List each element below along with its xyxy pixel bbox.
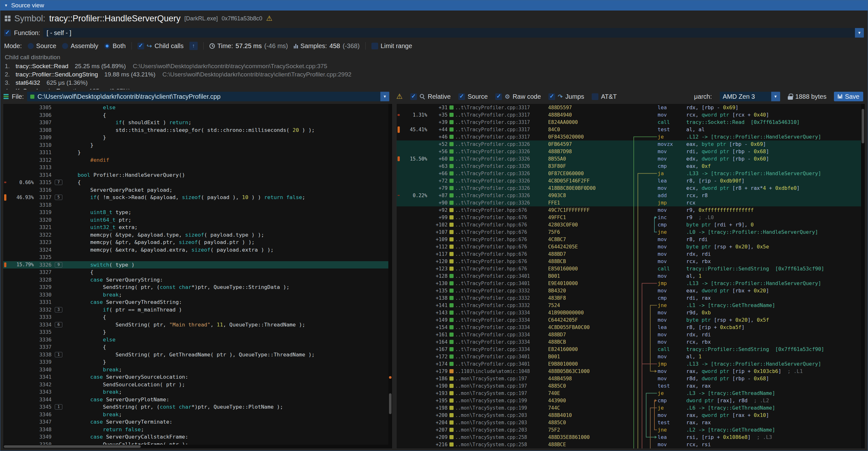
asm-source-location[interactable]: ..mon\TracySystem.cpp:197 xyxy=(455,383,548,389)
source-line[interactable]: 3345 1 SendString( ptr, (const char*)ptr… xyxy=(3,403,392,411)
scrollbar-thumb[interactable] xyxy=(862,109,864,143)
source-line[interactable]: 3325 xyxy=(3,253,392,261)
source-line[interactable]: 3348 return false; xyxy=(3,426,392,433)
asm-row[interactable]: +99 ..t\TracyProfiler.hpp:676 49FFC1 inc… xyxy=(397,214,865,221)
asm-row[interactable]: +143 ..t\TracyProfiler.cpp:3334 41B90B00… xyxy=(397,309,865,316)
relative-checkbox[interactable] xyxy=(410,93,417,100)
att-toggle[interactable]: AT&T xyxy=(592,93,617,100)
asm-source-location[interactable]: ..t\TracyProfiler.hpp:676 xyxy=(455,251,548,257)
asm-source-location[interactable]: ..t\TracyProfiler.cpp:3326 xyxy=(455,156,548,162)
asm-source-location[interactable]: ..t\TracyProfiler.cpp:3332 xyxy=(455,288,548,294)
asm-row[interactable]: +164 ..t\TracyProfiler.cpp:3334 488BCB m… xyxy=(397,338,865,345)
source-line[interactable]: 3349 case ServerQueryCallstackFrame: xyxy=(3,433,392,441)
asm-row[interactable]: +186 ..mon\TracySystem.cpp:197 448B4598 … xyxy=(397,375,865,382)
asm-source-location[interactable]: ..t\TracyProfiler.cpp:3326 xyxy=(455,163,548,169)
source-line[interactable]: 3305 else xyxy=(3,104,392,112)
asm-source-location[interactable]: ..t\TracyProfiler.cpp:3401 xyxy=(455,273,548,279)
asm-source-location[interactable]: ..t\TracyProfiler.cpp:3332 xyxy=(455,303,548,308)
asm-row[interactable]: +31 ..t\TracyProfiler.cpp:3317 488D5597 … xyxy=(397,104,865,111)
source-line[interactable]: 3322 memcpy( &type, &payload.type, sizeo… xyxy=(3,231,392,239)
asm-source-location[interactable]: ..t\TracyProfiler.cpp:3317 xyxy=(455,119,548,125)
asm-row[interactable]: +167 ..t\TracyProfiler.cpp:3334 E8241600… xyxy=(397,345,865,353)
asm-source-location[interactable]: ..t\TracyProfiler.cpp:3317 xyxy=(455,134,548,140)
asm-row[interactable]: +207 ..mon\TracySystem.cpp:203 75F2 jne … xyxy=(397,426,865,433)
asm-row[interactable]: +46 ..t\TracyProfiler.cpp:3317 0F8435020… xyxy=(397,133,865,141)
limit-range-toggle[interactable]: Limit range xyxy=(371,42,412,50)
radio-both[interactable] xyxy=(104,43,110,49)
asm-row[interactable]: +72 ..t\TracyProfiler.cpp:3326 4C8D05F14… xyxy=(397,177,865,184)
source-line[interactable]: 3310 } xyxy=(3,142,392,149)
asm-row[interactable]: +90 ..t\TracyProfiler.cpp:3326 FFE1 jmp … xyxy=(397,199,865,206)
asm-source-location[interactable]: ..mon\TracySystem.cpp:203 xyxy=(455,427,548,433)
asm-source-location[interactable]: ..mon\TracySystem.cpp:199 xyxy=(455,398,548,403)
source-line[interactable]: 3346 break; xyxy=(3,411,392,419)
asm-row[interactable]: +66 ..t\TracyProfiler.cpp:3326 0F87CE060… xyxy=(397,170,865,177)
child-calls-up-button[interactable]: ↑ xyxy=(189,42,198,50)
asm-source-location[interactable]: ..t\TracyProfiler.cpp:3401 xyxy=(455,361,548,367)
asm-source-location[interactable]: ..t\TracyProfiler.hpp:676 xyxy=(455,244,548,250)
asm-row[interactable]: +92 ..t\TracyProfiler.hpp:676 49C7C1FFFF… xyxy=(397,206,865,214)
jumps-checkbox[interactable] xyxy=(549,93,555,100)
att-checkbox[interactable] xyxy=(592,93,598,100)
asm-source-location[interactable]: ..mon\TracySystem.cpp:258 xyxy=(455,442,548,448)
source-line[interactable]: 3313 xyxy=(3,164,392,171)
asm-source-location[interactable]: ..t\TracyProfiler.cpp:3326 xyxy=(455,193,548,199)
asm-source-location[interactable]: ..t\TracyProfiler.cpp:3326 xyxy=(455,200,548,206)
asm-row[interactable]: +209 ..mon\TracySystem.cpp:258 488D35E88… xyxy=(397,433,865,441)
asm-source-location[interactable]: ..t\TracyProfiler.hpp:676 xyxy=(455,259,548,264)
source-line[interactable]: 3336 else xyxy=(3,336,392,344)
asm-source-location[interactable]: ..t\TracyProfiler.cpp:3334 xyxy=(455,325,548,330)
asm-row[interactable]: +195 ..mon\TracySystem.cpp:199 443900 cm… xyxy=(397,397,865,404)
radio-source[interactable] xyxy=(28,43,34,49)
asm-row[interactable]: +109 ..t\TracyProfiler.hpp:676 4C8BC7 mo… xyxy=(397,236,865,243)
source-line[interactable]: 3332 3 if( ptr == m_mainThread ) xyxy=(3,306,392,314)
raw-code-checkbox[interactable] xyxy=(495,93,502,100)
relative-toggle[interactable]: Relative xyxy=(410,93,451,100)
source-line[interactable]: 3343 break; xyxy=(3,388,392,396)
child-call-entry[interactable]: 1. tracy::Socket::Read 25.25 ms (54.89%)… xyxy=(5,62,863,70)
asm-row[interactable]: +141 ..t\TracyProfiler.cpp:3332 7524 jne… xyxy=(397,302,865,309)
asm-source-location[interactable]: ..t\TracyProfiler.cpp:3334 xyxy=(455,317,548,323)
collapse-icon[interactable]: ▼ xyxy=(4,3,8,8)
child-call-entry[interactable]: 2. tracy::Profiler::SendLongString 19.88… xyxy=(5,70,863,79)
child-call-entry[interactable]: 3. stat64i32 625 μs (1.36%) xyxy=(5,79,863,87)
asm-source-location[interactable]: ..t\TracyProfiler.cpp:3401 xyxy=(455,354,548,360)
source-line[interactable]: 3307 if( shouldExit ) return; xyxy=(3,119,392,126)
source-line[interactable]: 3324 memcpy( &extra, &payload.extra, siz… xyxy=(3,246,392,254)
asm-row[interactable]: +193 ..mon\TracySystem.cpp:197 740E je .… xyxy=(397,390,865,397)
asm-row[interactable]: +52 ..t\TracyProfiler.cpp:3326 0FB64597 … xyxy=(397,141,865,148)
raw-code-toggle[interactable]: ⚙ Raw code xyxy=(495,93,541,100)
asm-source-location[interactable]: ..t\TracyProfiler.cpp:3317 xyxy=(455,127,548,132)
child-calls-checkbox[interactable] xyxy=(137,43,144,49)
source-line[interactable]: 3321 uint32_t extra; xyxy=(3,223,392,231)
chevron-down-icon[interactable]: ▼ xyxy=(380,92,389,101)
asm-row[interactable]: +128 ..t\TracyProfiler.cpp:3401 B001 mov… xyxy=(397,272,865,280)
asm-row[interactable]: +204 ..mon\TracySystem.cpp:203 4885C0 te… xyxy=(397,419,865,426)
source-line[interactable]: 3333 { xyxy=(3,313,392,321)
scrollbar-thumb[interactable] xyxy=(4,445,141,448)
asm-row[interactable]: +200 ..mon\TracySystem.cpp:203 488B4010 … xyxy=(397,412,865,419)
asm-source-location[interactable]: ..t\TracyProfiler.cpp:3326 xyxy=(455,171,548,176)
asm-row[interactable]: +107 ..t\TracyProfiler.hpp:676 75F6 jne … xyxy=(397,229,865,236)
asm-source-location[interactable]: ..1103\include\atomic:1048 xyxy=(455,368,548,374)
source-line[interactable]: 15.79% 3326 9 switch( type ) xyxy=(3,261,392,269)
limit-range-checkbox[interactable] xyxy=(371,43,378,49)
asm-row[interactable]: 15.50% +60 ..t\TracyProfiler.cpp:3326 8B… xyxy=(397,155,865,162)
source-line[interactable]: 3335 } xyxy=(3,328,392,336)
save-button[interactable]: Save xyxy=(834,92,863,101)
source-line[interactable]: 3330 break; xyxy=(3,291,392,299)
asm-source-location[interactable]: ..mon\TracySystem.cpp:203 xyxy=(455,413,548,418)
asm-source-location[interactable]: ..t\TracyProfiler.hpp:676 xyxy=(455,207,548,213)
source-line[interactable]: 3331 case ServerQueryThreadString: xyxy=(3,298,392,306)
function-checkbox[interactable] xyxy=(4,30,11,36)
source-line[interactable]: 3309 } xyxy=(3,134,392,142)
asm-source-location[interactable]: ..mon\TracySystem.cpp:258 xyxy=(455,434,548,440)
source-line[interactable]: 3314 bool Profiler::HandleServerQuery() xyxy=(3,171,392,179)
radio-assembly[interactable] xyxy=(62,43,68,49)
source-line[interactable]: 3339 } xyxy=(3,358,392,366)
source-line[interactable]: 46.93% 3317 5 if( !m_sock->Read( &payloa… xyxy=(3,194,392,201)
source-line[interactable]: 3341 case ServerQuerySourceLocation: xyxy=(3,373,392,381)
asm-source-location[interactable]: ..t\TracyProfiler.cpp:3334 xyxy=(455,310,548,315)
asm-row[interactable]: +172 ..t\TracyProfiler.cpp:3401 B001 mov… xyxy=(397,353,865,360)
asm-source-location[interactable]: ..t\TracyProfiler.cpp:3326 xyxy=(455,142,548,147)
